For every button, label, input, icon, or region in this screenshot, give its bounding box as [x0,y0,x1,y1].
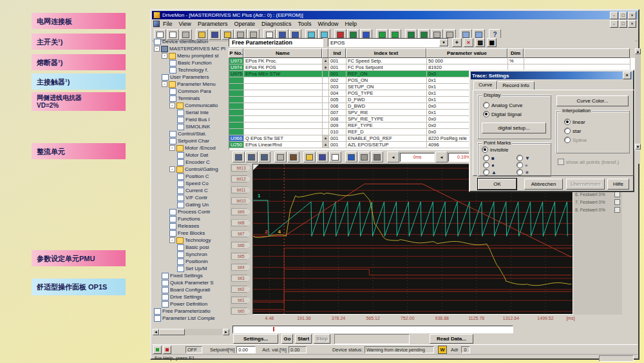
tree-expander-icon[interactable]: - [154,46,160,52]
cell-ind[interactable]: 009 [329,123,346,129]
tree-item-drive-settings[interactable]: Drive Settings [153,293,229,300]
tree-item-fixed-settings[interactable]: Fixed Settings [153,272,229,279]
cell-name[interactable] [244,123,323,129]
time-scroll-slider[interactable] [232,326,513,333]
tab-record-info[interactable]: Record Info [497,81,534,90]
cell-pno[interactable] [229,110,244,116]
cell-name[interactable]: EPos FK Proc. [244,58,323,64]
channel-tag-bit1[interactable]: bit1 [231,297,251,304]
grid-view-button[interactable]: ▦ [487,38,497,47]
cell-pno[interactable] [229,77,244,84]
sheet-view-button[interactable]: ▤ [475,38,485,47]
maximize-button[interactable]: □ [619,12,627,19]
channel-tag-bit13[interactable]: bit13 [231,164,251,172]
cell-indextext[interactable]: FC Pos Setpoint [346,64,427,71]
tools-button[interactable] [287,152,299,162]
cell-indextext[interactable]: SPV_RIE [346,110,427,116]
tree-item-menu-prompted-st[interactable]: -Menu prompted st [153,52,229,59]
channel-list-item[interactable]: 7. Festwert 0% [575,199,620,205]
tree-item-common-para[interactable]: Common Para [153,88,229,95]
menu-parameters[interactable]: Parameters [194,21,231,27]
tree-item-user-parameters[interactable]: User Parameters [153,74,229,81]
cell-indextext[interactable]: SPV_RIE_TYPE [346,116,427,123]
menu-view[interactable]: View [176,21,194,27]
tree-item-power-definition[interactable]: Power Definition [153,300,229,308]
cell-namebtn[interactable] [323,71,329,77]
cell-indextext[interactable]: REF_D [346,129,427,135]
cell-name[interactable] [244,90,323,97]
tree-item-position-c[interactable]: Position C [153,173,229,180]
tree-item-free-parameterizatio[interactable]: Free Parameterizatio [153,308,229,315]
digital-setup-button[interactable]: digital setup... [482,123,546,133]
menu-help[interactable]: Help [342,21,361,27]
scroll-up-button[interactable]: ▲ [635,48,641,54]
point-mark-radio[interactable]: ● [483,162,495,168]
tree-item-set-up-m[interactable]: Set Up/M [153,265,229,272]
tree-item-gating-un[interactable]: Gating Un [153,201,229,208]
tree-item-positionin[interactable]: Positionin [153,258,229,265]
cell-pno[interactable]: U250 [229,142,244,148]
cell-ind[interactable]: 001 [329,58,346,64]
scroll-thumb[interactable] [159,329,185,335]
cell-indextext[interactable]: REF_TYPE [346,123,427,129]
digital-signal-radio[interactable]: Digital Signal [483,111,522,117]
cell-pno[interactable]: U974 [229,64,244,71]
cell-ind[interactable]: 005 [329,97,346,103]
cell-indextext[interactable]: AZL EPOS/SETUP [346,142,427,148]
tree-item-communicatio[interactable]: -Communicatio [153,102,229,109]
point-mark-radio[interactable]: ▼ [516,155,530,161]
cell-name[interactable]: EPos FK POS [244,64,323,71]
cell-indextext[interactable]: POS_TYPE [346,90,427,97]
point-mark-radio[interactable]: ∗ [516,169,529,175]
menu-file[interactable]: File [160,21,176,27]
tree-item-control-stat-[interactable]: Control/Stat. [153,130,229,137]
cell-namebtn[interactable] [323,110,329,116]
go-button[interactable]: Go [281,334,293,344]
tree-item-free-blocks[interactable]: Free Blocks [153,230,229,237]
cell-namebtn[interactable] [323,129,329,135]
channel-tag-bit3[interactable]: bit3 [231,275,251,282]
tree-item-basic-posi[interactable]: Basic posi [153,244,229,251]
tree-expander-icon[interactable]: - [162,81,167,87]
tree-item-setpoint-char[interactable]: Setpoint Char [153,137,229,144]
cell-ind[interactable]: 010 [329,129,346,135]
cell-ind[interactable]: 001 [329,135,346,142]
tree-expander-icon[interactable]: - [162,53,167,59]
-bernehmen-button[interactable]: Übernehmen [566,179,605,190]
amplitude-cursor-button[interactable]: ◄ [435,152,448,162]
tree-item-masterdrives-mc-pl[interactable]: -MASTERDRIVES MC Pl [153,45,229,52]
setpoint-value-field[interactable]: 0.00 [236,346,256,353]
tree-item-serial-inte[interactable]: Serial Inte [153,109,229,116]
channel-checkbox-icon[interactable] [614,207,620,213]
open-folder-button[interactable] [303,152,316,162]
tree-item-parameter-list-comple[interactable]: Parameter List Comple [153,315,229,322]
cell-indextext[interactable]: REF_ON [346,71,427,77]
cell-indextext[interactable]: SETUP_ON [346,84,427,90]
cell-name[interactable] [244,110,323,116]
cell-ind[interactable]: 007 [329,110,346,116]
ok-button[interactable]: OK [478,179,516,190]
cell-name[interactable]: EPos MEn STW [244,71,323,77]
cell-namebtn[interactable] [323,84,329,90]
tree-expander-icon[interactable]: - [169,237,175,243]
curve-color-button[interactable]: Curve Color... [556,95,629,106]
cell-ind[interactable]: 001 [329,142,346,148]
cell-name[interactable] [244,77,323,84]
zoom-x-button[interactable] [245,152,258,162]
cell-namebtn[interactable] [323,123,329,129]
print-button[interactable] [371,152,383,162]
cell-namebtn[interactable]: ▲ [323,135,329,142]
tree-item-speed-co[interactable]: Speed Co [153,180,229,187]
point-mark-radio[interactable]: × [516,162,528,168]
tree-item-functions[interactable]: Functions [153,215,229,222]
tree-expander-icon[interactable]: - [169,145,175,151]
tree-item-motor-encod[interactable]: -Motor /Encod [153,144,229,152]
scroll-left-button[interactable]: ◄ [153,329,159,335]
point-mark-radio[interactable]: ▲ [483,169,497,175]
tree-item-process-contr[interactable]: Process Contr [153,208,229,215]
save-button[interactable] [316,152,328,162]
cell-name[interactable]: EPos Linear/Rnd [244,142,323,148]
cell-indextext[interactable]: POS_ON [346,77,427,84]
cell-value[interactable]: 50 000 [427,58,508,64]
channel-tag-bit11[interactable]: bit11 [231,186,251,193]
